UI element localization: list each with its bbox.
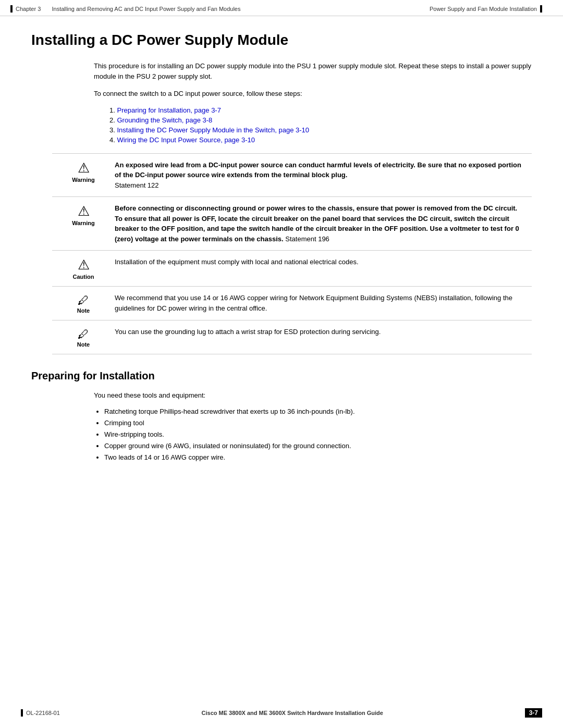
note-2-icon-col: 🖊 Note [52, 327, 115, 348]
header-left: Chapter 3 Installing and Removing AC and… [10, 5, 240, 13]
header-chapter-ref: Chapter 3 [16, 6, 41, 12]
note-1-icon-col: 🖊 Note [52, 293, 115, 314]
footer-bar-left [21, 709, 23, 717]
warning-2-icon-col: ⚠ Warning [52, 203, 115, 226]
note-1-content: We recommend that you use 14 or 16 AWG c… [115, 293, 532, 313]
warning-1-bold-text: An exposed wire lead from a DC-input pow… [115, 161, 521, 179]
step-3[interactable]: Installing the DC Power Supply Module in… [104, 126, 532, 134]
caution-icon-col: ⚠ Caution [52, 257, 115, 280]
note-2-text: You can use the grounding lug to attach … [115, 328, 381, 336]
step-2[interactable]: Grounding the Switch, page 3-8 [104, 116, 532, 124]
footer-doc-id: OL-22168-01 [26, 710, 60, 716]
step-1-link[interactable]: Preparing for Installation, page 3-7 [117, 106, 221, 114]
warning-1-statement: Statement 122 [115, 181, 159, 189]
warning-triangle-icon-1: ⚠ [78, 161, 90, 175]
note-block-2: 🖊 Note You can use the grounding lug to … [52, 320, 532, 354]
warning-1-content: An exposed wire lead from a DC-input pow… [115, 160, 532, 191]
caution-content: Installation of the equipment must compl… [115, 257, 532, 267]
warning-1-icon-col: ⚠ Warning [52, 160, 115, 183]
step-3-link[interactable]: Installing the DC Power Supply Module in… [117, 126, 309, 134]
section2-intro: You need these tools and equipment: [94, 390, 532, 401]
bullet-3: Wire-stripping tools. [104, 429, 532, 440]
footer-page-number: 3-7 [525, 708, 542, 718]
warning-block-2: ⚠ Warning Before connecting or disconnec… [52, 196, 532, 250]
page-header: Chapter 3 Installing and Removing AC and… [0, 0, 563, 16]
warning-block-1: ⚠ Warning An exposed wire lead from a DC… [52, 153, 532, 197]
footer-center: Cisco ME 3800X and ME 3600X Switch Hardw… [202, 710, 383, 716]
step-4-link[interactable]: Wiring the DC Input Power Source, page 3… [117, 136, 254, 144]
section2-title: Preparing for Installation [31, 370, 532, 382]
header-right-bar [540, 5, 542, 13]
header-right: Power Supply and Fan Module Installation [430, 5, 542, 13]
page-content: Installing a DC Power Supply Module This… [0, 16, 563, 495]
step-4[interactable]: Wiring the DC Input Power Source, page 3… [104, 136, 532, 144]
bullet-2: Crimping tool [104, 417, 532, 429]
intro-para2: To connect the switch to a DC input powe… [94, 89, 532, 99]
footer-right: 3-7 [525, 708, 542, 718]
note-2-label: Note [77, 341, 90, 348]
intro-para1: This procedure is for installing an DC p… [94, 61, 532, 81]
caution-text: Installation of the equipment must compl… [115, 258, 359, 266]
footer-left: OL-22168-01 [21, 709, 60, 717]
note-1-text: We recommend that you use 14 or 16 AWG c… [115, 294, 512, 312]
steps-list: Preparing for Installation, page 3-7 Gro… [104, 106, 532, 144]
note-pencil-icon-2: 🖊 [78, 328, 89, 341]
section2-bullets: Ratcheting torque Phillips-head screwdri… [104, 406, 532, 463]
caution-block: ⚠ Caution Installation of the equipment … [52, 250, 532, 286]
note-pencil-icon-1: 🖊 [78, 294, 89, 307]
caution-triangle-icon: ⚠ [78, 258, 90, 272]
bullet-4: Copper ground wire (6 AWG, insulated or … [104, 440, 532, 452]
note-block-1: 🖊 Note We recommend that you use 14 or 1… [52, 286, 532, 320]
page-footer: OL-22168-01 Cisco ME 3800X and ME 3600X … [0, 708, 563, 718]
warning-triangle-icon-2: ⚠ [78, 204, 90, 218]
header-bar-left [10, 5, 13, 13]
step-2-link[interactable]: Grounding the Switch, page 3-8 [117, 116, 212, 124]
warning-1-label: Warning [72, 177, 95, 183]
header-chapter-title: Installing and Removing AC and DC Input … [52, 6, 240, 12]
warning-2-content: Before connecting or disconnecting groun… [115, 203, 532, 244]
bullet-5: Two leads of 14 or 16 AWG copper wire. [104, 452, 532, 463]
caution-label: Caution [73, 274, 94, 280]
warning-2-label: Warning [72, 220, 95, 226]
header-right-section: Power Supply and Fan Module Installation [430, 6, 537, 12]
warning-2-statement: Statement 196 [285, 235, 329, 243]
note-2-content: You can use the grounding lug to attach … [115, 327, 532, 337]
footer-center-text: Cisco ME 3800X and ME 3600X Switch Hardw… [202, 710, 383, 716]
note-1-label: Note [77, 307, 90, 314]
bullet-1: Ratcheting torque Phillips-head screwdri… [104, 406, 532, 417]
step-1[interactable]: Preparing for Installation, page 3-7 [104, 106, 532, 114]
chapter-title: Installing a DC Power Supply Module [31, 32, 532, 48]
